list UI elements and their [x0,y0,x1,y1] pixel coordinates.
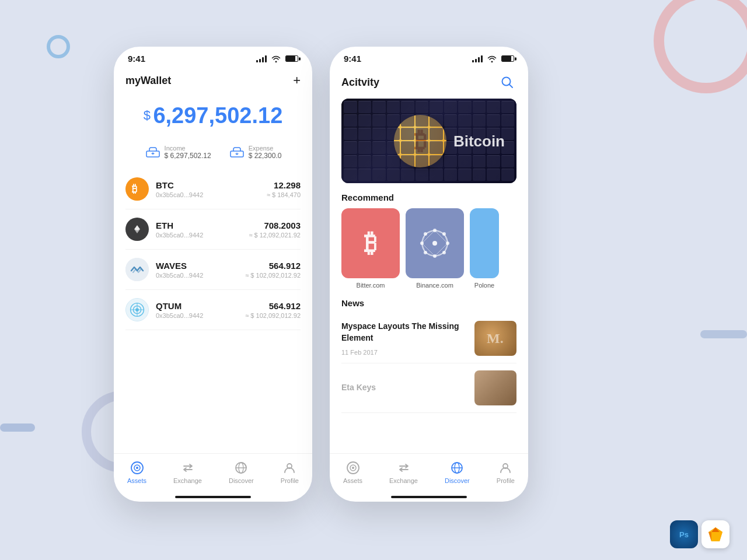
crypto-item-eth[interactable]: ETH 0x3b5ca0...9442 708.2003 ≈ $ 12,092,… [125,209,301,250]
rec-polone-name: Polone [474,282,494,289]
exchange-icon-2 [397,461,411,475]
status-icons-1 [256,55,298,62]
status-bar-2: 9:41 [330,47,528,68]
qtum-name: QTUM [156,301,245,311]
news-item-2[interactable]: Eta Keys [341,363,516,413]
qtum-addr: 0x3b5ca0...9442 [156,312,245,319]
bg-decoration-circle-blue [47,35,70,58]
nav-profile-label-1: Profile [281,477,299,484]
svg-point-7 [125,258,149,281]
news-info-1: Myspace Layouts The Missing Element 11 F… [341,321,474,355]
crypto-item-qtum[interactable]: QTUM 0x3b5ca0...9442 564.912 ≈ $ 102,092… [125,290,301,330]
bottom-nav-1: Assets Exchange [114,453,312,496]
waves-amount: 564.912 [245,261,301,271]
assets-icon-2 [346,461,360,475]
svg-point-16 [136,467,138,469]
status-bar-1: 9:41 [114,47,312,68]
nav-exchange-1[interactable]: Exchange [173,461,202,484]
qtum-amount: 564.912 [245,301,301,311]
eth-logo [125,218,149,241]
news-item-1[interactable]: Myspace Layouts The Missing Element 11 F… [341,314,516,363]
waves-info: WAVES 0x3b5ca0...9442 [156,261,245,279]
rec-binance-card [406,208,464,278]
discover-icon-1 [234,461,248,475]
signal-icon-2 [472,55,483,62]
nav-assets-2[interactable]: Assets [343,461,362,484]
crypto-list: ₿ BTC 0x3b5ca0...9442 12.298 ≈ $ 184,470 [125,169,301,453]
bg-decoration-circle-pink [654,0,747,93]
bitcoin-hero-bg: ₿ Bitcoin [341,99,516,183]
btc-value: 12.298 ≈ $ 184,470 [267,180,301,198]
search-button[interactable] [498,73,516,92]
btc-name: BTC [156,180,267,190]
add-button[interactable]: + [293,73,301,88]
nav-assets-label-2: Assets [343,477,362,484]
status-time-2: 9:41 [344,54,361,64]
activity-scroll: ₿ Bitcoin Recommend ₿ Bitter.com [330,99,528,453]
expense-item: Expense $ 22,300.0 [229,145,282,160]
bitcoin-hero-card[interactable]: ₿ Bitcoin [341,99,516,183]
news-thumb-2 [474,370,516,405]
bottom-nav-2: Assets Exchange Discover [330,453,528,496]
profile-icon-2 [498,461,512,475]
news-thumb-img-2 [474,370,516,405]
recommend-card-binance[interactable]: Binance.com [406,208,464,289]
rec-polone-card [470,208,499,278]
news-title-1: Myspace Layouts The Missing Element [341,321,467,344]
currency-symbol: $ [144,108,151,123]
balance-amount: 6,297,502.12 [153,103,282,128]
phone2-activity: 9:41 Acitvity [330,47,528,502]
waves-value: 564.912 ≈ $ 102,092,012.92 [245,261,301,279]
qtum-info: QTUM 0x3b5ca0...9442 [156,301,245,319]
bg-decoration-bar-left [0,424,35,432]
waves-usd: ≈ $ 102,092,012.92 [245,272,301,279]
wifi-icon-2 [487,55,497,62]
recommend-card-bitcoin[interactable]: ₿ Bitter.com [341,208,400,289]
recommend-title: Recommend [341,192,516,202]
sketch-badge [701,520,729,548]
news-thumb-img-1: M. [474,321,516,356]
recommend-card-polone[interactable]: Polone [470,208,499,289]
waves-name: WAVES [156,261,245,271]
phones-container: 9:41 myWallet [114,47,528,502]
svg-text:₿: ₿ [132,183,137,195]
home-indicator-2 [391,496,467,498]
rec-bitcoin-name: Bitter.com [357,282,385,289]
income-label: Income [165,145,211,152]
svg-point-48 [352,467,354,469]
rec-bitcoin-card: ₿ [341,208,400,278]
exchange-icon-1 [181,461,195,475]
nav-discover-1[interactable]: Discover [229,461,254,484]
rec-bitcoin-icon: ₿ [364,230,377,256]
nav-exchange-2[interactable]: Exchange [389,461,418,484]
qtum-usd: ≈ $ 102,092,012.92 [245,312,301,319]
balance-section: $ 6,297,502.12 [125,97,301,140]
wifi-icon-1 [271,55,281,62]
eth-usd: ≈ $ 12,092,021.92 [249,232,301,239]
nav-profile-2[interactable]: Profile [497,461,515,484]
waves-addr: 0x3b5ca0...9442 [156,272,245,279]
btc-info: BTC 0x3b5ca0...9442 [156,180,267,198]
svg-line-22 [509,85,513,88]
nav-profile-1[interactable]: Profile [281,461,299,484]
nav-discover-label-2: Discover [445,477,470,484]
income-icon [145,146,161,158]
nav-assets-1[interactable]: Assets [127,461,146,484]
svg-marker-56 [708,532,711,541]
nav-discover-2[interactable]: Discover [445,461,470,484]
btc-amount: 12.298 [267,180,301,190]
phone1-wallet: 9:41 myWallet [114,47,312,502]
nav-exchange-label-2: Exchange [389,477,418,484]
income-value: $ 6,297,502.12 [165,152,211,160]
btc-usd: ≈ $ 184,470 [267,191,301,198]
battery-icon-2 [501,55,514,62]
expense-value: $ 22,300.0 [249,152,282,160]
income-expense-row: Income $ 6,297,502.12 Expense $ [125,140,301,169]
activity-header: Acitvity [330,68,528,99]
nav-assets-label-1: Assets [127,477,146,484]
btc-logo: ₿ [125,177,149,201]
eth-name: ETH [156,220,249,230]
crypto-item-btc[interactable]: ₿ BTC 0x3b5ca0...9442 12.298 ≈ $ 184,470 [125,169,301,209]
news-section: News Myspace Layouts The Missing Element… [341,298,516,413]
crypto-item-waves[interactable]: WAVES 0x3b5ca0...9442 564.912 ≈ $ 102,09… [125,250,301,290]
